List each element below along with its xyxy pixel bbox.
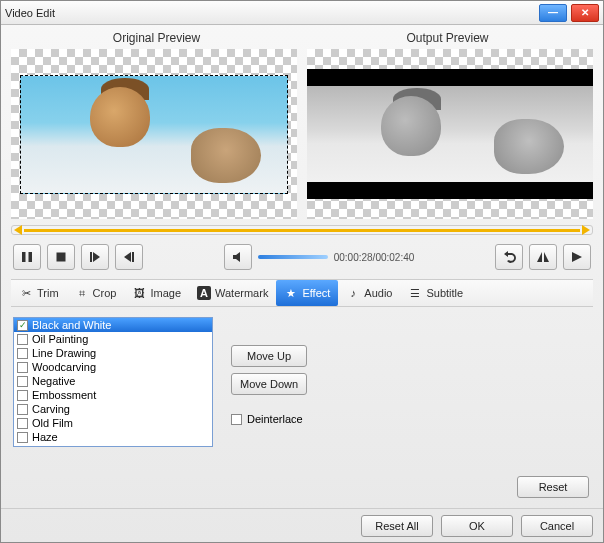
stop-button[interactable] bbox=[47, 244, 75, 270]
undo-button[interactable] bbox=[495, 244, 523, 270]
video-edit-window: Video Edit — ✕ Original Preview Output P… bbox=[0, 0, 604, 543]
trim-end-handle[interactable] bbox=[582, 225, 590, 235]
checkbox-icon[interactable] bbox=[17, 390, 28, 401]
flip-vertical-button[interactable] bbox=[563, 244, 591, 270]
svg-marker-4 bbox=[93, 252, 100, 262]
image-icon: 🖼 bbox=[132, 286, 146, 300]
checkbox-icon[interactable] bbox=[17, 320, 28, 331]
list-item[interactable]: Negative bbox=[14, 374, 212, 388]
output-letterbox bbox=[307, 69, 593, 198]
crop-selection[interactable] bbox=[20, 75, 289, 194]
list-item[interactable]: Oil Painting bbox=[14, 332, 212, 346]
effect-label: Woodcarving bbox=[32, 360, 96, 374]
reset-all-button[interactable]: Reset All bbox=[361, 515, 433, 537]
list-item[interactable]: Shadow bbox=[14, 444, 212, 447]
checkbox-icon[interactable] bbox=[17, 404, 28, 415]
output-preview-label: Output Preview bbox=[302, 31, 593, 45]
reset-button[interactable]: Reset bbox=[517, 476, 589, 498]
flip-horizontal-button[interactable] bbox=[529, 244, 557, 270]
set-start-button[interactable] bbox=[81, 244, 109, 270]
effect-label: Shadow bbox=[32, 444, 72, 447]
note-icon: ♪ bbox=[346, 286, 360, 300]
pause-button[interactable] bbox=[13, 244, 41, 270]
tab-label: Audio bbox=[364, 287, 392, 299]
effect-label: Haze bbox=[32, 430, 58, 444]
acorn-shape bbox=[381, 96, 441, 156]
svg-marker-8 bbox=[537, 252, 542, 262]
checkbox-icon bbox=[231, 414, 242, 425]
time-display: 00:00:28/00:02:40 bbox=[334, 252, 415, 263]
tab-crop[interactable]: ⌗Crop bbox=[67, 280, 125, 306]
checkbox-icon[interactable] bbox=[17, 362, 28, 373]
effect-label: Negative bbox=[32, 374, 75, 388]
list-item[interactable]: Old Film bbox=[14, 416, 212, 430]
squirrel-shape bbox=[494, 119, 564, 174]
checkbox-icon[interactable] bbox=[17, 376, 28, 387]
tab-bar: ✂Trim ⌗Crop 🖼Image AWatermark ★Effect ♪A… bbox=[11, 279, 593, 307]
subtitle-icon: ☰ bbox=[408, 286, 422, 300]
list-item[interactable]: Woodcarving bbox=[14, 360, 212, 374]
dialog-footer: Reset All OK Cancel bbox=[1, 508, 603, 542]
acorn-shape bbox=[90, 87, 150, 147]
time-total: 00:02:40 bbox=[375, 252, 414, 263]
output-preview-pane bbox=[307, 49, 593, 219]
svg-marker-7 bbox=[233, 252, 240, 262]
effects-list[interactable]: Black and WhiteOil PaintingLine DrawingW… bbox=[13, 317, 213, 447]
close-button[interactable]: ✕ bbox=[571, 4, 599, 22]
crop-icon: ⌗ bbox=[75, 286, 89, 300]
squirrel-shape bbox=[191, 128, 261, 183]
mute-button[interactable] bbox=[224, 244, 252, 270]
tab-label: Watermark bbox=[215, 287, 268, 299]
effect-label: Line Drawing bbox=[32, 346, 96, 360]
deinterlace-checkbox[interactable]: Deinterlace bbox=[231, 413, 307, 425]
effect-label: Embossment bbox=[32, 388, 96, 402]
checkbox-icon[interactable] bbox=[17, 418, 28, 429]
tab-subtitle[interactable]: ☰Subtitle bbox=[400, 280, 471, 306]
checkbox-icon[interactable] bbox=[17, 334, 28, 345]
effect-label: Oil Painting bbox=[32, 332, 88, 346]
checkbox-icon[interactable] bbox=[17, 432, 28, 443]
list-item[interactable]: Line Drawing bbox=[14, 346, 212, 360]
move-down-button[interactable]: Move Down bbox=[231, 373, 307, 395]
tab-effect[interactable]: ★Effect bbox=[276, 280, 338, 306]
a-icon: A bbox=[197, 286, 211, 300]
original-preview-pane[interactable] bbox=[11, 49, 297, 219]
svg-rect-0 bbox=[22, 252, 26, 262]
timeline-range bbox=[24, 229, 580, 232]
effect-label: Black and White bbox=[32, 318, 111, 332]
svg-marker-5 bbox=[124, 252, 131, 262]
list-item[interactable]: Carving bbox=[14, 402, 212, 416]
list-item[interactable]: Embossment bbox=[14, 388, 212, 402]
list-item[interactable]: Haze bbox=[14, 430, 212, 444]
move-buttons: Move Up Move Down Deinterlace bbox=[231, 317, 307, 496]
time-current: 00:00:28 bbox=[334, 252, 373, 263]
cancel-button[interactable]: Cancel bbox=[521, 515, 593, 537]
trim-start-handle[interactable] bbox=[14, 225, 22, 235]
ok-button[interactable]: OK bbox=[441, 515, 513, 537]
tab-image[interactable]: 🖼Image bbox=[124, 280, 189, 306]
minimize-button[interactable]: — bbox=[539, 4, 567, 22]
svg-rect-6 bbox=[132, 252, 134, 262]
set-end-button[interactable] bbox=[115, 244, 143, 270]
effect-panel: Black and WhiteOil PaintingLine DrawingW… bbox=[11, 313, 593, 500]
star-icon: ★ bbox=[284, 286, 298, 300]
tab-trim[interactable]: ✂Trim bbox=[11, 280, 67, 306]
preview-labels: Original Preview Output Preview bbox=[11, 31, 593, 45]
tab-label: Subtitle bbox=[426, 287, 463, 299]
scissors-icon: ✂ bbox=[19, 286, 33, 300]
move-up-button[interactable]: Move Up bbox=[231, 345, 307, 367]
tab-audio[interactable]: ♪Audio bbox=[338, 280, 400, 306]
window-title: Video Edit bbox=[5, 7, 55, 19]
checkbox-icon[interactable] bbox=[17, 348, 28, 359]
bw-frame bbox=[307, 86, 593, 182]
tab-watermark[interactable]: AWatermark bbox=[189, 280, 276, 306]
list-item[interactable]: Black and White bbox=[14, 318, 212, 332]
tab-label: Effect bbox=[302, 287, 330, 299]
content-area: Original Preview Output Preview bbox=[1, 25, 603, 508]
tab-label: Crop bbox=[93, 287, 117, 299]
effect-label: Carving bbox=[32, 402, 70, 416]
timeline-slider[interactable] bbox=[11, 225, 593, 235]
volume-slider[interactable] bbox=[258, 255, 328, 259]
effect-label: Old Film bbox=[32, 416, 73, 430]
checkbox-icon[interactable] bbox=[17, 446, 28, 448]
